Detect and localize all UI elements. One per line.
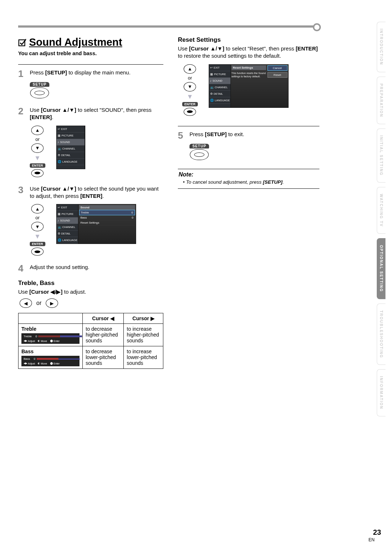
enter-key: [ENTER]: [296, 45, 318, 52]
step-number: 5: [178, 131, 186, 140]
osd-exit: ↩EXIT: [209, 65, 230, 71]
osd-channel: 📺CHANNEL: [57, 146, 85, 152]
osd-language: 🌐LANGUAGE: [209, 97, 230, 104]
oval-button-icon: [190, 149, 209, 160]
tab-preparation[interactable]: PREPARATION: [377, 77, 385, 124]
left-right-buttons: ◀ or ▶: [20, 298, 163, 308]
left-column: Sound Adjustment You can adjust treble a…: [18, 36, 163, 369]
osd-exit: ↩EXIT: [57, 204, 78, 211]
osd-detail: ⚙DETAIL: [57, 231, 78, 237]
setup-button-graphic: SETUP: [30, 82, 49, 98]
page-number: 23: [368, 528, 381, 537]
osd-reset: ↩EXIT ▦PICTURE ♪SOUND 📺CHANNEL ⚙DETAIL 🌐…: [209, 64, 289, 108]
osd-header: Sound: [79, 205, 135, 210]
enter-label: ENTER: [182, 102, 198, 106]
osd-picture: ▦PICTURE: [57, 211, 78, 217]
osd-nav: ↩EXIT ▦PICTURE ♪SOUND 📺CHANNEL ⚙DETAIL 🌐…: [57, 126, 85, 169]
osd-body: Reset Settings This function resets the …: [231, 65, 288, 107]
cell-bass-right: to increase lower-pitched sounds: [124, 346, 163, 369]
down-arrow-icon: ▼: [184, 82, 196, 91]
note-box: Note: To cancel sound adjustment, press …: [178, 169, 319, 189]
enter-key: [ENTER]: [80, 193, 102, 199]
tab-introduction[interactable]: INTRODUCTION: [377, 22, 385, 72]
reset-heading: Reset Settings: [178, 36, 319, 44]
header-circle-icon: [313, 23, 321, 31]
flow-arrow-icon: ▼: [34, 154, 41, 162]
osd-channel: 📺CHANNEL: [57, 224, 78, 231]
setup-label: SETUP: [30, 82, 49, 87]
osd-picture: ▦PICTURE: [209, 71, 230, 78]
checkbox-icon: [18, 38, 26, 46]
up-arrow-icon: ▲: [184, 64, 196, 74]
osd-menu-sound-list: ↩EXIT ▦PICTURE ♪SOUND 📺CHANNEL ⚙DETAIL 🌐…: [56, 204, 136, 244]
step-number: 3: [18, 185, 26, 195]
cell-treble-right: to increase higher-pitched sounds: [124, 324, 163, 346]
osd-row-treble: Treble0: [79, 210, 135, 215]
osd-nav: ↩EXIT ▦PICTURE ♪SOUND 📺CHANNEL ⚙DETAIL 🌐…: [209, 65, 231, 107]
arrow-stack: ▲ or ▼ ▼ ENTER: [182, 64, 198, 116]
osd-sound: ♪SOUND: [57, 139, 85, 146]
or-label: or: [35, 215, 40, 220]
setup-key: [SETUP]: [45, 69, 67, 76]
osd-menu-sound-select: ↩EXIT ▦PICTURE ♪SOUND 📺CHANNEL ⚙DETAIL 🌐…: [56, 126, 85, 169]
step-text: Press [SETUP] to display the main menu.: [30, 69, 163, 76]
osd-row-reset: Reset Settings: [79, 220, 135, 225]
step-text: Press [SETUP] to exit.: [189, 131, 319, 138]
osd-nav: ↩EXIT ▦PICTURE ♪SOUND 📺CHANNEL ⚙DETAIL 🌐…: [57, 204, 78, 244]
flow-arrow-icon: ▼: [187, 93, 193, 101]
step-divider: [18, 64, 163, 65]
note-heading: Note:: [179, 171, 319, 178]
left-arrow-icon: ◀: [20, 298, 32, 308]
cell-bass-label: Bass Bass 0 ◀▶ Adjust◐ Move⬤ Enter: [19, 346, 83, 369]
oval-button-icon: [30, 87, 49, 98]
cell-bass-left: to decrease lower-pitched sounds: [83, 346, 124, 369]
cancel-button: Cancel: [268, 65, 287, 71]
cursor-key: [Cursor ▲/▼]: [189, 45, 224, 52]
tab-optional-setting[interactable]: OPTIONAL SETTING: [377, 238, 385, 299]
setup-key: [SETUP]: [205, 131, 227, 137]
osd-channel: 📺CHANNEL: [209, 84, 230, 91]
up-arrow-icon: ▲: [31, 126, 44, 135]
right-arrow-icon: ▶: [46, 298, 58, 308]
tab-information[interactable]: INFORMATION: [377, 369, 385, 416]
adjustment-table: Cursor ◀ Cursor ▶ Treble Treble 0 ◀▶ Adj…: [18, 313, 163, 369]
step-1: 1 Press [SETUP] to display the main menu…: [18, 69, 163, 78]
osd-header: Reset Settings: [232, 65, 266, 70]
down-arrow-icon: ▼: [31, 143, 44, 153]
enter-key: [ENTER]: [30, 114, 52, 120]
intro-text: You can adjust treble and bass.: [18, 50, 163, 56]
cell-treble-left: to decrease higher-pitched sounds: [83, 324, 124, 346]
table-row-treble: Treble Treble 0 ◀▶ Adjust◐ Move⬤ Enter t…: [19, 324, 163, 346]
table-row-bass: Bass Bass 0 ◀▶ Adjust◐ Move⬤ Enter to de…: [19, 346, 163, 369]
enter-button-icon: [184, 108, 196, 116]
enter-button-icon: [31, 248, 44, 256]
title-text: Sound Adjustment: [29, 36, 122, 48]
osd-exit: ↩EXIT: [57, 126, 85, 133]
note-body: To cancel sound adjustment, press [SETUP…: [179, 179, 319, 185]
tab-troubleshooting[interactable]: TROUBLESHOOTING: [377, 304, 385, 365]
step-text: Use [Cursor ▲/▼] to select "SOUND", then…: [30, 106, 163, 121]
step-text: Adjust the sound setting.: [30, 264, 163, 271]
enter-button-icon: [31, 169, 44, 177]
enter-label: ENTER: [30, 163, 45, 168]
setup-button-graphic: SETUP: [189, 144, 209, 160]
cursor-enter-graphic-2: ▲ or ▼ ▼ ENTER ↩EXIT ▦PICTURE ♪SOUND 📺CH…: [30, 204, 163, 256]
arrow-stack: ▲ or ▼ ▼ ENTER: [30, 126, 45, 177]
setup-key: [SETUP]: [263, 179, 282, 185]
osd-sound: ♪SOUND: [209, 78, 230, 84]
tab-watching-tv[interactable]: WATCHING TV: [377, 187, 385, 234]
osd-detail: ⚙DETAIL: [209, 91, 230, 97]
treble-bass-instruction: Use [Cursor ◀/▶] to adjust.: [18, 288, 163, 296]
tab-initial-setting[interactable]: INITIAL SETTING: [377, 129, 385, 183]
reset-message: This function resets the Sound settings …: [232, 72, 266, 78]
th-right: Cursor ▶: [124, 313, 163, 324]
step-number: 2: [18, 106, 26, 116]
reset-button: Reset: [268, 72, 287, 78]
flow-arrow-icon: ▼: [34, 233, 41, 240]
cell-treble-label: Treble Treble 0 ◀▶ Adjust◐ Move⬤ Enter: [19, 324, 83, 346]
page-footer: 23 EN: [368, 528, 381, 542]
osd-picture: ▦PICTURE: [57, 133, 85, 139]
enter-label: ENTER: [30, 242, 45, 246]
arrow-stack: ▲ or ▼ ▼ ENTER: [30, 204, 45, 256]
osd-language: 🌐LANGUAGE: [57, 237, 78, 244]
